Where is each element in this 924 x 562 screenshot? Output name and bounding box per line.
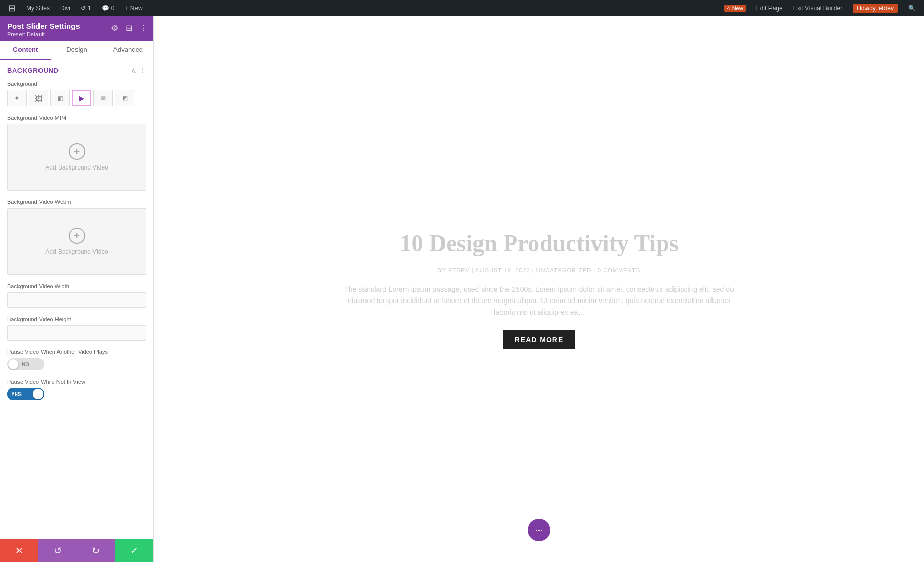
comments-count: 0 (111, 5, 115, 12)
section-icons: ∧ ⋮ (131, 66, 146, 74)
toggle-yes-label: YES (7, 388, 26, 400)
wp-icon: ⊞ (8, 3, 16, 14)
preview-meta: By etdev | August 19, 2022 | Uncategoriz… (344, 267, 734, 273)
bg-type-pattern[interactable]: ✉ (93, 90, 113, 106)
section-title: Background (7, 67, 59, 74)
bg-type-color[interactable]: ✦ (7, 90, 27, 106)
width-label: Background Video Width (7, 283, 146, 289)
bg-type-video[interactable]: ▶ (72, 90, 91, 106)
bg-type-image[interactable]: 🖼 (29, 90, 48, 106)
mp4-upload-area[interactable]: + Add Background Video (7, 124, 146, 191)
admin-bar: ⊞ My Sites Divi ↺ 1 💬 0 + New 4 New Edit… (0, 0, 924, 16)
mp4-section: Background Video MP4 + Add Background Vi… (7, 115, 146, 191)
search-icon[interactable]: 🔍 (908, 5, 916, 12)
mp4-plus-icon: + (69, 143, 85, 160)
webm-upload-area[interactable]: + Add Background Video (7, 208, 146, 275)
edit-page-item[interactable]: Edit Page (752, 0, 787, 16)
new-badge: 4 New (724, 5, 745, 12)
panel-tabs: Content Design Advanced (0, 41, 153, 60)
mp4-upload-label: Add Background Video (45, 164, 108, 171)
tab-advanced[interactable]: Advanced (102, 41, 153, 60)
float-btn-icon: ··· (535, 525, 543, 536)
webm-upload-label: Add Background Video (45, 248, 108, 255)
width-section: Background Video Width (7, 283, 146, 308)
my-sites-label: My Sites (26, 5, 50, 12)
more-icon[interactable]: ⋮ (138, 23, 148, 33)
preview-text: The standard Lorem Ipsum passage, used s… (344, 284, 734, 318)
main-layout: Post Slider Settings Preset: Default ⚙ ⊟… (0, 16, 924, 562)
width-input[interactable] (7, 292, 146, 308)
pause-when-label: Pause Video When Another Video Plays (7, 349, 146, 355)
howdy-item[interactable]: Howdy, etdev (849, 0, 902, 16)
divi-label: Divi (60, 5, 70, 12)
my-sites-item[interactable]: My Sites (22, 0, 54, 16)
redo-button[interactable]: ↻ (77, 539, 116, 562)
new-badge-item[interactable]: 4 New (720, 0, 749, 16)
new-label: + New (125, 5, 142, 12)
mp4-label: Background Video MP4 (7, 115, 146, 121)
webm-label: Background Video Webm (7, 199, 146, 205)
preview-title: 10 Design Productivity Tips (344, 230, 734, 257)
exit-builder-label: Exit Visual Builder (793, 5, 843, 12)
revisions-count: 1 (88, 5, 91, 12)
webm-plus-icon: + (69, 228, 85, 244)
bg-type-row: ✦ 🖼 ◧ ▶ ✉ ◩ (7, 90, 146, 106)
pause-when-toggle-row: NO (7, 358, 146, 370)
comments-item[interactable]: 💬 0 (98, 0, 119, 16)
pause-while-section: Pause Video While Not In View YES (7, 379, 146, 400)
pause-while-toggle-row: YES (7, 388, 146, 400)
panel-header-icons: ⚙ ⊟ ⋮ (109, 23, 148, 33)
layout-icon[interactable]: ⊟ (124, 23, 134, 33)
undo-button[interactable]: ↺ (38, 539, 77, 562)
edit-page-label: Edit Page (756, 5, 783, 12)
preview-content: 10 Design Productivity Tips By etdev | A… (334, 209, 744, 369)
new-item[interactable]: + New (121, 0, 146, 16)
bottom-bar: ✕ ↺ ↻ ✓ (0, 539, 153, 562)
pause-while-label: Pause Video While Not In View (7, 379, 146, 385)
revisions-item[interactable]: ↺ 1 (76, 0, 95, 16)
revision-icon: ↺ (81, 5, 86, 12)
save-icon: ✓ (130, 545, 138, 556)
settings-icon[interactable]: ⚙ (109, 23, 120, 33)
height-input[interactable] (7, 325, 146, 341)
tab-content[interactable]: Content (0, 41, 51, 60)
pause-when-toggle[interactable]: NO (7, 358, 44, 370)
wp-logo-item[interactable]: ⊞ (4, 0, 20, 16)
height-label: Background Video Height (7, 316, 146, 322)
comment-icon: 💬 (102, 5, 109, 12)
undo-icon: ↺ (54, 545, 62, 556)
background-type-section: Background ✦ 🖼 ◧ ▶ ✉ ◩ (7, 81, 146, 106)
search-item[interactable]: 🔍 (904, 0, 920, 16)
howdy-btn[interactable]: Howdy, etdev (853, 4, 898, 13)
background-label: Background (7, 81, 146, 87)
collapse-icon[interactable]: ∧ (131, 66, 136, 74)
toggle-active-knob (33, 389, 43, 399)
save-button[interactable]: ✓ (115, 539, 153, 562)
pause-when-section: Pause Video When Another Video Plays NO (7, 349, 146, 370)
read-more-button[interactable]: Read More (503, 330, 576, 349)
left-panel: Post Slider Settings Preset: Default ⚙ ⊟… (0, 16, 154, 562)
panel-content: Background ∧ ⋮ Background ✦ 🖼 ◧ ▶ ✉ ◩ (0, 60, 153, 539)
cancel-button[interactable]: ✕ (0, 539, 38, 562)
toggle-knob (8, 359, 18, 369)
height-section: Background Video Height (7, 316, 146, 341)
exit-builder-item[interactable]: Exit Visual Builder (789, 0, 847, 16)
panel-header: Post Slider Settings Preset: Default ⚙ ⊟… (0, 16, 153, 41)
toggle-no-label: NO (18, 358, 32, 370)
bg-type-gradient[interactable]: ◧ (50, 90, 70, 106)
bg-type-mask[interactable]: ◩ (115, 90, 134, 106)
webm-section: Background Video Webm + Add Background V… (7, 199, 146, 275)
pause-while-toggle[interactable]: YES (7, 388, 44, 400)
section-more-icon[interactable]: ⋮ (139, 66, 146, 74)
divi-item[interactable]: Divi (56, 0, 74, 16)
tab-design[interactable]: Design (51, 41, 103, 60)
float-action-button[interactable]: ··· (528, 519, 550, 541)
section-header: Background ∧ ⋮ (7, 66, 146, 74)
preview-area: 10 Design Productivity Tips By etdev | A… (154, 16, 924, 562)
redo-icon: ↻ (92, 545, 100, 556)
cancel-icon: ✕ (15, 545, 23, 556)
admin-bar-right: 4 New Edit Page Exit Visual Builder Howd… (720, 0, 920, 16)
